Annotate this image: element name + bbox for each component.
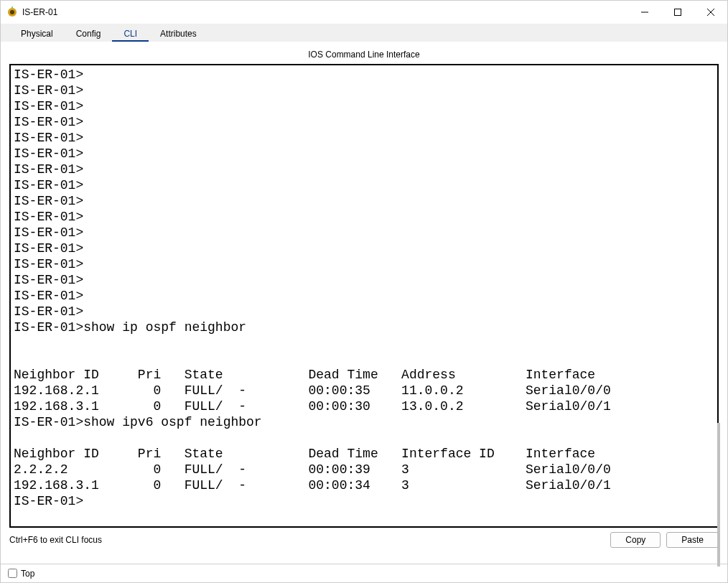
terminal-wrap: IS-ER-01> IS-ER-01> IS-ER-01> IS-ER-01> … bbox=[9, 64, 719, 528]
terminal-scrollbar[interactable] bbox=[717, 423, 720, 566]
maximize-icon bbox=[674, 9, 681, 16]
svg-rect-4 bbox=[675, 9, 681, 16]
cli-heading: IOS Command Line Interface bbox=[9, 48, 719, 64]
top-checkbox[interactable] bbox=[8, 569, 17, 578]
svg-point-1 bbox=[10, 10, 14, 14]
tab-config[interactable]: Config bbox=[65, 25, 113, 42]
cli-hint: Ctrl+F6 to exit CLI focus bbox=[9, 535, 102, 545]
maximize-button[interactable] bbox=[661, 1, 694, 24]
close-icon bbox=[707, 9, 714, 16]
top-label: Top bbox=[21, 569, 34, 579]
window-controls bbox=[628, 1, 727, 24]
paste-button[interactable]: Paste bbox=[666, 532, 719, 548]
app-icon bbox=[6, 6, 18, 18]
tab-physical[interactable]: Physical bbox=[9, 25, 65, 42]
tab-bar: Physical Config CLI Attributes bbox=[1, 24, 727, 42]
cli-terminal[interactable]: IS-ER-01> IS-ER-01> IS-ER-01> IS-ER-01> … bbox=[9, 64, 719, 528]
cli-footer: Ctrl+F6 to exit CLI focus Copy Paste bbox=[9, 528, 719, 555]
close-button[interactable] bbox=[694, 1, 727, 24]
main-area: IOS Command Line Interface IS-ER-01> IS-… bbox=[1, 42, 727, 564]
tab-attributes[interactable]: Attributes bbox=[149, 25, 208, 42]
minimize-button[interactable] bbox=[628, 1, 661, 24]
status-bar: Top bbox=[1, 564, 727, 582]
minimize-icon bbox=[641, 9, 648, 16]
top-checkbox-label[interactable]: Top bbox=[8, 569, 34, 579]
copy-button[interactable]: Copy bbox=[610, 532, 661, 548]
window-titlebar: IS-ER-01 bbox=[1, 1, 727, 24]
svg-rect-2 bbox=[11, 6, 13, 9]
window-title: IS-ER-01 bbox=[22, 7, 57, 17]
tab-cli[interactable]: CLI bbox=[112, 25, 149, 42]
